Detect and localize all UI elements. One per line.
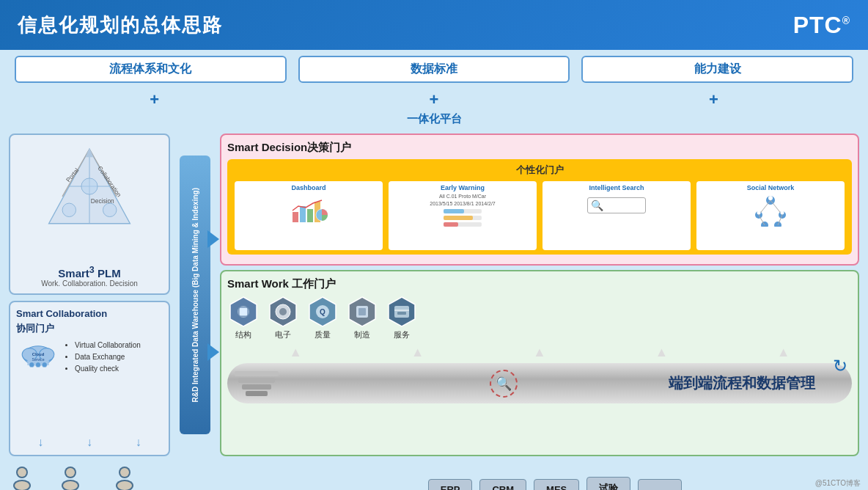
right-content: Smart Decision决策门户 个性化门户 Dashboard	[220, 134, 859, 456]
svg-text:Q: Q	[320, 308, 326, 316]
top-categories: 流程体系和文化 数据标准 能力建设	[0, 50, 868, 89]
electronics-label: 电子	[275, 329, 291, 340]
svg-point-18	[29, 362, 34, 368]
svg-rect-55	[358, 308, 366, 315]
category-capability: 能力建设	[581, 56, 853, 83]
integrated-label: 一体化平台	[0, 111, 868, 129]
manufacturing-hexicon	[346, 296, 378, 328]
portal-card-warning: Early Warning All C.01 Proto M/Car 2013/…	[389, 181, 537, 250]
smart-decision-title: Smart Decision决策门户	[227, 141, 852, 155]
vertical-banner-text: R&D Integrated Data Warehouse (Big Data …	[189, 182, 202, 408]
ptc-logo: PTC®	[793, 12, 850, 39]
svg-rect-23	[307, 209, 313, 222]
collab-feature-2: Data Exchange	[75, 351, 141, 363]
collab-feature-3: Quality check	[75, 363, 141, 375]
svg-point-49	[279, 308, 287, 315]
system-more: ......	[638, 479, 682, 490]
search-card-title: Intelligent Search	[589, 184, 644, 191]
collab-features-list: Virtual Collaboration Data Exchange Qual…	[66, 340, 141, 375]
plus-sign-3: +	[574, 90, 853, 109]
plus-row: + + +	[0, 89, 868, 111]
pipe-cylinder: 🔍 端到端流程和数据管理 ↻	[227, 363, 852, 403]
pipeline-text: 端到端流程和数据管理	[669, 373, 815, 393]
user-group: OEM A OEM B Supplier C	[9, 464, 192, 490]
svg-point-70	[120, 468, 129, 477]
smart-work-box: Smart Work 工作门户 结构	[220, 270, 859, 456]
cycle-arrow-icon: ↻	[833, 356, 847, 376]
structure-hexicon	[227, 296, 260, 328]
warning-card-text: All C.01 Proto M/Car 2013/5/15 2013/8/1 …	[430, 193, 496, 208]
smart-collab-title: Smart Collaboration	[16, 308, 163, 319]
svg-rect-27	[444, 209, 464, 213]
smart-collab-subtitle: 协同门户	[16, 322, 163, 335]
svg-point-62	[18, 468, 26, 477]
network-card-title: Social Network	[747, 184, 795, 191]
svg-point-11	[103, 203, 116, 216]
svg-point-35	[761, 222, 768, 227]
svg-point-66	[66, 468, 75, 477]
svg-text:Cloud: Cloud	[32, 352, 45, 356]
svg-rect-31	[444, 222, 458, 227]
category-process: 流程体系和文化	[15, 56, 287, 83]
pipe-up-arrows: ▲ ▲ ▲ ▲ ▲	[227, 345, 852, 360]
portal-cards: Dashboard	[235, 181, 845, 250]
structure-label: 结构	[235, 329, 251, 340]
svg-point-67	[63, 481, 78, 490]
quality-hexicon: Q	[306, 296, 339, 328]
warning-card-title: Early Warning	[441, 184, 485, 191]
vertical-banner: R&D Integrated Data Warehouse (Big Data …	[176, 134, 214, 456]
category-data: 数据标准	[298, 56, 570, 83]
smart-decision-box: Smart Decision决策门户 个性化门户 Dashboard	[220, 134, 859, 266]
supplier-c-user-icon	[111, 464, 138, 490]
svg-point-20	[42, 362, 47, 368]
work-icon-quality: Q 质量	[306, 296, 339, 340]
portal-label: 个性化门户	[235, 164, 845, 177]
plm-triangle-diagram: Collaboration Portal Decision	[38, 142, 141, 230]
service-label: 服务	[394, 329, 410, 340]
portal-card-network: Social Network	[696, 181, 845, 250]
work-icon-electronics: 电子	[267, 296, 299, 340]
dashboard-card-title: Dashboard	[291, 184, 326, 191]
system-crm: CRM	[479, 479, 526, 490]
system-test: 试验	[586, 477, 630, 490]
svg-rect-59	[397, 312, 406, 315]
electronics-hexicon	[267, 296, 299, 328]
plus-sign-2: +	[294, 90, 573, 109]
banner-arrow-top	[207, 230, 219, 248]
pipeline-area: ▲ ▲ ▲ ▲ ▲ 🔍	[227, 345, 852, 411]
svg-point-41	[768, 196, 773, 200]
collab-feature-1: Virtual Collaboration	[75, 340, 141, 351]
footer-attribution: @51CTO博客	[815, 478, 861, 489]
warning-progress-bars	[444, 208, 482, 228]
funnel-steps	[235, 371, 279, 396]
left-panel: Collaboration Portal Decision Smart3 PLM…	[9, 134, 170, 456]
svg-rect-21	[293, 212, 298, 222]
svg-marker-5	[85, 147, 93, 157]
banner-arrow-bottom	[207, 343, 219, 361]
manufacturing-label: 制造	[354, 329, 370, 340]
service-hexicon	[386, 296, 418, 328]
plus-sign-1: +	[15, 90, 294, 109]
oem-b-user-icon	[57, 464, 84, 490]
svg-point-9	[81, 178, 98, 194]
quality-label: 质量	[315, 329, 331, 340]
dashboard-chart	[290, 193, 328, 224]
collab-arrows: ↓ ↓ ↓	[16, 431, 163, 449]
user-oem-a: OEM A	[9, 464, 35, 490]
page-title: 信息化规划的总体思路	[18, 12, 223, 38]
cloud-service-icon: Cloud Service	[16, 340, 60, 369]
oem-a-user-icon	[9, 464, 35, 490]
smart-collab-box: Smart Collaboration 协同门户 Cloud Service	[9, 301, 170, 456]
smart-plm-title: Smart3 PLM	[58, 265, 120, 279]
system-mes: MES	[534, 479, 579, 490]
portal-card-search: Intelligent Search 🔍	[542, 181, 691, 250]
user-oem-b: OEM B	[57, 464, 84, 490]
svg-point-43	[781, 211, 784, 215]
svg-point-10	[62, 203, 76, 216]
work-icon-structure: 结构	[227, 296, 260, 340]
system-erp: ERP	[428, 479, 473, 490]
svg-rect-29	[444, 216, 473, 220]
search-indicator: 🔍	[490, 370, 518, 398]
user-supplier-c: Supplier C	[106, 464, 143, 490]
work-icons-row: 结构 电子 Q	[227, 296, 852, 340]
